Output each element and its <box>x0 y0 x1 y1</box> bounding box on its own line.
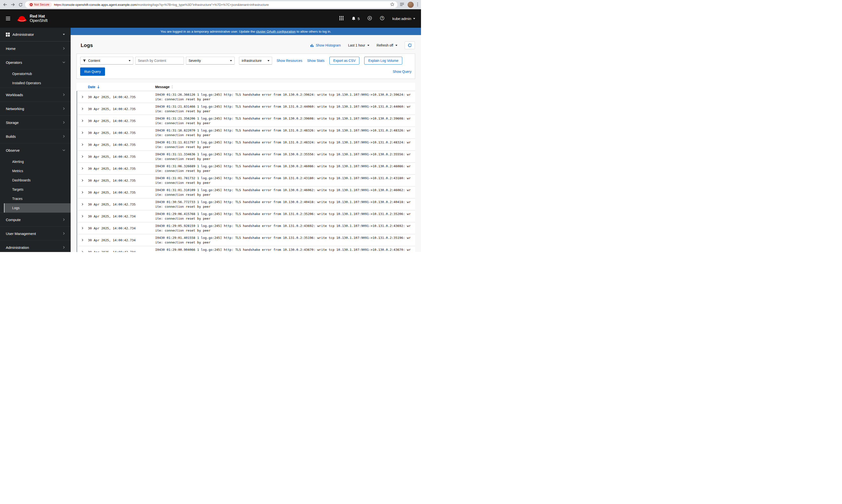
username: kube:admin <box>392 17 411 21</box>
log-message: I0430 01:30:56.772733 1 log.go:245] http… <box>155 200 411 209</box>
sidebar-item-operators[interactable]: Operators <box>0 55 71 69</box>
refresh-button[interactable] <box>405 41 415 49</box>
sidebar-item-compute[interactable]: Compute <box>0 213 71 227</box>
bookmark-star-icon[interactable] <box>390 2 394 7</box>
help-icon[interactable]: ? <box>380 16 384 21</box>
tenant-dropdown[interactable]: infrastructure <box>239 57 272 65</box>
caret-down-icon <box>63 34 65 35</box>
expand-row-button[interactable] <box>80 191 85 194</box>
expand-row-button[interactable] <box>80 155 85 158</box>
main-content: You are logged in as a temporary adminis… <box>71 28 421 252</box>
app-launcher-icon[interactable] <box>339 16 344 21</box>
chevron-down-icon <box>63 149 65 152</box>
sidebar-item-dashboards[interactable]: Dashboards <box>4 176 71 185</box>
refresh-interval-dropdown[interactable]: Refresh off <box>377 43 397 47</box>
log-row: 30 Apr 2025, 14:00:42.735 I0430 01:31:26… <box>76 91 415 103</box>
browser-menu-icon[interactable] <box>417 2 418 7</box>
redhat-openshift-logo: Red Hat OpenShift <box>17 14 48 23</box>
log-row: 30 Apr 2025, 14:00:42.734 I0430 01:29:06… <box>76 210 415 222</box>
not-secure-badge[interactable]: Not Secure <box>28 2 52 7</box>
expand-row-button[interactable] <box>80 179 85 182</box>
run-query-button[interactable]: Run Query <box>80 68 105 76</box>
log-date: 30 Apr 2025, 14:00:42.735 <box>88 202 155 207</box>
expand-row-button[interactable] <box>80 119 85 122</box>
sidebar-item-operatorhub[interactable]: OperatorHub <box>4 69 71 78</box>
log-message: I0430 01:29:05.928159 1 log.go:245] http… <box>155 223 411 233</box>
chevron-right-icon <box>81 107 84 110</box>
address-bar[interactable]: Not Secure https://console-openshift-con… <box>25 1 397 8</box>
chevron-right-icon <box>63 93 65 96</box>
sidebar-item-targets[interactable]: Targets <box>4 185 71 194</box>
browser-toolbar-right <box>400 2 418 8</box>
browser-chrome: Not Secure https://console-openshift-con… <box>0 0 421 9</box>
sidebar-item-traces[interactable]: Traces <box>4 194 71 203</box>
show-histogram-link[interactable]: Show Histogram <box>310 43 341 47</box>
time-range-dropdown[interactable]: Last 1 hour <box>348 43 369 47</box>
content-search-input[interactable] <box>135 57 184 65</box>
reading-list-icon[interactable] <box>400 3 404 7</box>
show-stats-link[interactable]: Show Stats <box>307 59 324 62</box>
expand-row-button[interactable] <box>80 239 85 241</box>
expand-row-button[interactable] <box>80 167 85 170</box>
sidebar-item-installed-operators[interactable]: Installed Operators <box>4 78 71 88</box>
attribute-filter-dropdown[interactable]: Content <box>80 57 133 65</box>
message-column-header[interactable]: Message <box>155 85 173 89</box>
sidebar-item-networking[interactable]: Networking <box>0 102 71 115</box>
nav-label: Builds <box>6 134 16 139</box>
forward-button[interactable] <box>11 2 15 7</box>
chevron-right-icon <box>81 203 84 206</box>
expand-row-button[interactable] <box>80 251 85 252</box>
sidebar-item-observe[interactable]: Observe <box>0 143 71 157</box>
show-resources-link[interactable]: Show Resources <box>277 59 302 62</box>
nav-label: Operators <box>6 60 22 65</box>
nav-label: Storage <box>6 121 19 125</box>
explain-log-volume-button[interactable]: Explain Log Volume <box>364 57 402 65</box>
log-date: 30 Apr 2025, 14:00:42.735 <box>88 107 155 111</box>
log-date: 30 Apr 2025, 14:00:42.735 <box>88 178 155 183</box>
chevron-right-icon <box>81 167 84 170</box>
log-date: 30 Apr 2025, 14:00:42.734 <box>88 250 155 252</box>
expand-row-button[interactable] <box>80 131 85 134</box>
caret-down-icon <box>367 45 369 46</box>
sidebar-item-builds[interactable]: Builds <box>0 129 71 143</box>
log-message: I0430 01:31:21.831466 1 log.go:245] http… <box>155 104 411 113</box>
add-icon[interactable] <box>367 16 372 21</box>
nav-label: Administration <box>6 246 29 250</box>
expand-row-button[interactable] <box>80 215 85 218</box>
severity-dropdown[interactable]: Severity <box>186 57 234 65</box>
expand-row-button[interactable] <box>80 143 85 146</box>
sidebar-item-metrics[interactable]: Metrics <box>4 166 71 176</box>
sidebar-item-logs[interactable]: Logs <box>4 203 71 213</box>
expand-row-button[interactable] <box>80 95 85 98</box>
notifications-button[interactable]: 5 <box>351 16 359 21</box>
expand-row-button[interactable] <box>80 203 85 206</box>
sidebar-item-workloads[interactable]: Workloads <box>0 88 71 102</box>
sidebar-item-alerting[interactable]: Alerting <box>4 157 71 166</box>
nav-label: Networking <box>6 107 24 111</box>
reload-button[interactable] <box>18 3 23 7</box>
export-csv-button[interactable]: Export as CSV <box>329 57 359 65</box>
nav-toggle-button[interactable] <box>6 17 10 20</box>
masthead: Red Hat OpenShift 5 ? kube:admin <box>0 9 421 28</box>
profile-avatar[interactable] <box>408 2 414 8</box>
expand-row-button[interactable] <box>80 227 85 230</box>
perspective-switcher[interactable]: Administrator <box>0 28 71 41</box>
sidebar-item-storage[interactable]: Storage <box>0 115 71 129</box>
show-query-link[interactable]: Show Query <box>393 70 411 74</box>
oauth-config-link[interactable]: cluster OAuth configuration <box>256 30 296 33</box>
user-menu[interactable]: kube:admin <box>392 17 415 21</box>
sidebar-item-administration[interactable]: Administration <box>0 240 71 252</box>
log-date: 30 Apr 2025, 14:00:42.735 <box>88 166 155 171</box>
expand-row-button[interactable] <box>80 107 85 110</box>
chevron-right-icon <box>81 155 84 158</box>
log-date: 30 Apr 2025, 14:00:42.735 <box>88 142 155 147</box>
sidebar-item-home[interactable]: Home <box>0 41 71 55</box>
nav-label: User Management <box>6 232 36 236</box>
back-button[interactable] <box>3 2 7 7</box>
sidebar-item-user-management[interactable]: User Management <box>0 227 71 240</box>
chevron-right-icon <box>81 215 84 218</box>
forward-arrow-icon <box>11 2 15 7</box>
log-row: 30 Apr 2025, 14:00:42.735 I0430 01:31:06… <box>76 163 415 175</box>
log-row: 30 Apr 2025, 14:00:42.735 I0430 01:31:01… <box>76 175 415 186</box>
date-column-header[interactable]: Date <box>88 85 155 89</box>
